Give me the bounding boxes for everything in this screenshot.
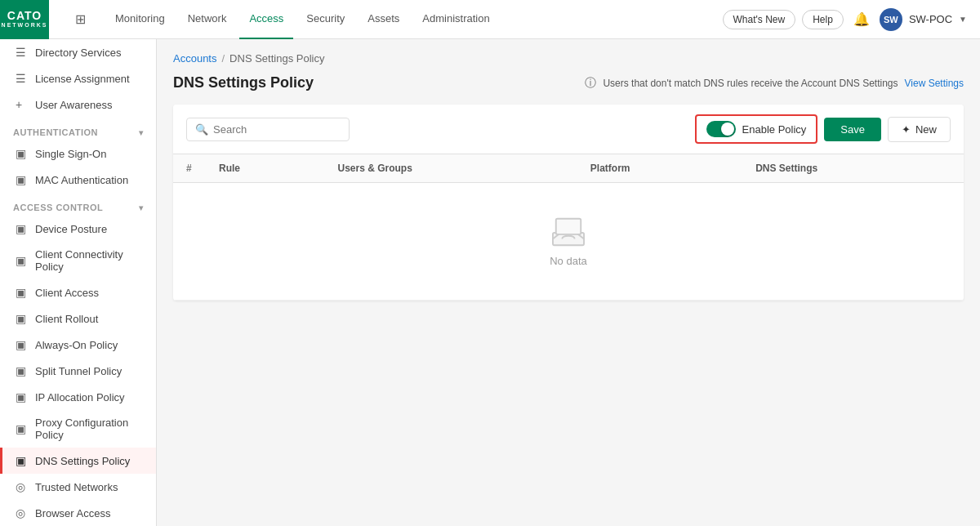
- breadcrumb-parent-link[interactable]: Accounts: [173, 52, 216, 65]
- sidebar-item-client-access[interactable]: ▣ Client Access: [0, 279, 156, 305]
- empty-state-row: No data: [173, 183, 964, 301]
- sidebar-label-client-connectivity: Client Connectivity Policy: [35, 248, 143, 273]
- top-right-actions: What's New Help 🔔 SW SW-POC ▼: [723, 8, 967, 31]
- user-dropdown-icon[interactable]: ▼: [959, 15, 967, 24]
- sidebar-label-dns-settings: DNS Settings Policy: [35, 455, 130, 467]
- sidebar-item-proxy-configuration-policy[interactable]: ▣ Proxy Configuration Policy: [0, 410, 156, 448]
- nav-network[interactable]: Network: [178, 0, 237, 39]
- whats-new-button[interactable]: What's New: [723, 10, 796, 29]
- search-input[interactable]: [213, 123, 327, 136]
- client-access-icon: ▣: [16, 286, 29, 299]
- sidebar-label-directory-services: Directory Services: [35, 47, 121, 59]
- sidebar-label-user-awareness: User Awareness: [35, 99, 112, 111]
- notification-bell-icon[interactable]: 🔔: [850, 8, 873, 30]
- access-control-section-collapse-icon[interactable]: ▾: [139, 203, 144, 212]
- top-navigation: CATO NETWORKS ⊞ Monitoring Network Acces…: [0, 0, 980, 39]
- sidebar-item-trusted-networks[interactable]: ◎ Trusted Networks: [0, 474, 156, 500]
- col-users-groups: Users & Groups: [324, 154, 577, 183]
- main-nav: Monitoring Network Access Security Asset…: [105, 0, 703, 39]
- nav-assets[interactable]: Assets: [358, 0, 409, 39]
- dns-policy-table-container: 🔍 Enable Policy Save ✦: [173, 105, 964, 301]
- split-tunnel-icon: ▣: [16, 364, 29, 377]
- license-assignment-icon: ☰: [16, 72, 29, 85]
- logo-text: CATO: [2, 10, 48, 22]
- col-rule: Rule: [206, 154, 324, 183]
- ip-allocation-icon: ▣: [16, 390, 29, 403]
- device-posture-icon: ▣: [16, 222, 29, 235]
- always-on-icon: ▣: [16, 338, 29, 351]
- col-dns-settings: DNS Settings: [742, 154, 964, 183]
- empty-state-cell: No data: [173, 183, 964, 301]
- access-control-section-header: ACCESS CONTROL ▾: [0, 196, 156, 216]
- sidebar-item-always-on-policy[interactable]: ▣ Always-On Policy: [0, 332, 156, 358]
- user-avatar[interactable]: SW: [880, 8, 902, 31]
- content-area: Accounts / DNS Settings Policy DNS Setti…: [157, 39, 980, 526]
- client-connectivity-icon: ▣: [16, 254, 29, 267]
- nav-administration[interactable]: Administration: [412, 0, 499, 39]
- sidebar-label-browser-access: Browser Access: [35, 507, 110, 519]
- sidebar-item-mac-authentication[interactable]: ▣ MAC Authentication: [0, 167, 156, 193]
- logo-subtext: NETWORKS: [2, 22, 48, 29]
- sidebar-item-dns-settings-policy[interactable]: ▣ DNS Settings Policy: [0, 448, 156, 474]
- sidebar-label-client-access: Client Access: [35, 287, 99, 299]
- sidebar-item-user-awareness[interactable]: + User Awareness: [0, 91, 156, 118]
- enable-policy-toggle[interactable]: [706, 121, 736, 137]
- breadcrumb-current: DNS Settings Policy: [229, 52, 324, 65]
- grid-icon[interactable]: ⊞: [75, 11, 86, 27]
- sidebar-item-license-assignment[interactable]: ☰ License Assignment: [0, 65, 156, 91]
- sidebar-label-ip-allocation: IP Allocation Policy: [35, 391, 125, 403]
- sidebar-item-split-tunnel-policy[interactable]: ▣ Split Tunnel Policy: [0, 358, 156, 384]
- sidebar-item-device-posture[interactable]: ▣ Device Posture: [0, 216, 156, 242]
- auth-section-label: AUTHENTICATION: [13, 127, 98, 137]
- sidebar-item-ip-allocation-policy[interactable]: ▣ IP Allocation Policy: [0, 384, 156, 410]
- sidebar-label-client-rollout: Client Rollout: [35, 313, 98, 325]
- breadcrumb-separator: /: [221, 52, 225, 65]
- save-button[interactable]: Save: [824, 118, 881, 141]
- nav-monitoring[interactable]: Monitoring: [105, 0, 175, 39]
- sidebar-label-mac-auth: MAC Authentication: [35, 174, 128, 186]
- page-header: DNS Settings Policy ⓘ Users that don't m…: [173, 74, 964, 91]
- sidebar-item-client-rollout[interactable]: ▣ Client Rollout: [0, 305, 156, 332]
- new-button[interactable]: ✦ New: [888, 117, 951, 142]
- sidebar-item-single-sign-on[interactable]: ▣ Single Sign-On: [0, 140, 156, 167]
- sidebar-label-split-tunnel: Split Tunnel Policy: [35, 365, 122, 377]
- nav-security[interactable]: Security: [296, 0, 354, 39]
- dns-policy-table: # Rule Users & Groups Platform DNS Setti…: [173, 154, 964, 301]
- single-sign-on-icon: ▣: [16, 147, 29, 160]
- nav-access[interactable]: Access: [239, 0, 293, 39]
- user-name-label[interactable]: SW-POC: [909, 13, 952, 25]
- sidebar-item-client-connectivity-policy[interactable]: ▣ Client Connectivity Policy: [0, 242, 156, 279]
- empty-state-icon: [549, 216, 588, 248]
- new-button-label: New: [915, 123, 937, 136]
- proxy-config-icon: ▣: [16, 422, 29, 435]
- table-toolbar: 🔍 Enable Policy Save ✦: [173, 105, 964, 154]
- new-icon: ✦: [902, 123, 911, 136]
- sidebar-item-directory-services[interactable]: ☰ Directory Services: [0, 39, 156, 65]
- svg-rect-1: [556, 219, 581, 234]
- col-hash: #: [173, 154, 206, 183]
- help-button[interactable]: Help: [802, 10, 844, 29]
- page-header-info: ⓘ Users that don't match DNS rules recei…: [585, 76, 964, 91]
- sidebar-label-always-on: Always-On Policy: [35, 339, 118, 351]
- client-rollout-icon: ▣: [16, 312, 29, 325]
- search-box[interactable]: 🔍: [186, 118, 350, 141]
- breadcrumb: Accounts / DNS Settings Policy: [173, 52, 964, 65]
- logo: CATO NETWORKS: [0, 0, 49, 39]
- sidebar-item-browser-access[interactable]: ◎ Browser Access: [0, 500, 156, 526]
- browser-access-icon: ◎: [16, 506, 29, 519]
- info-icon: ⓘ: [585, 76, 596, 91]
- toggle-thumb: [721, 123, 734, 136]
- empty-state-label: No data: [173, 255, 964, 267]
- view-settings-link[interactable]: View Settings: [905, 78, 964, 89]
- enable-policy-label: Enable Policy: [742, 123, 807, 136]
- mac-auth-icon: ▣: [16, 173, 29, 186]
- auth-section-collapse-icon[interactable]: ▾: [139, 128, 144, 137]
- auth-section-header: AUTHENTICATION ▾: [0, 121, 156, 140]
- col-platform: Platform: [577, 154, 742, 183]
- dns-settings-icon: ▣: [16, 454, 29, 467]
- user-awareness-icon: +: [16, 98, 29, 111]
- directory-services-icon: ☰: [16, 46, 29, 59]
- search-icon: 🔍: [195, 123, 208, 136]
- trusted-networks-icon: ◎: [16, 480, 29, 493]
- toolbar-right: Enable Policy Save ✦ New: [695, 114, 951, 144]
